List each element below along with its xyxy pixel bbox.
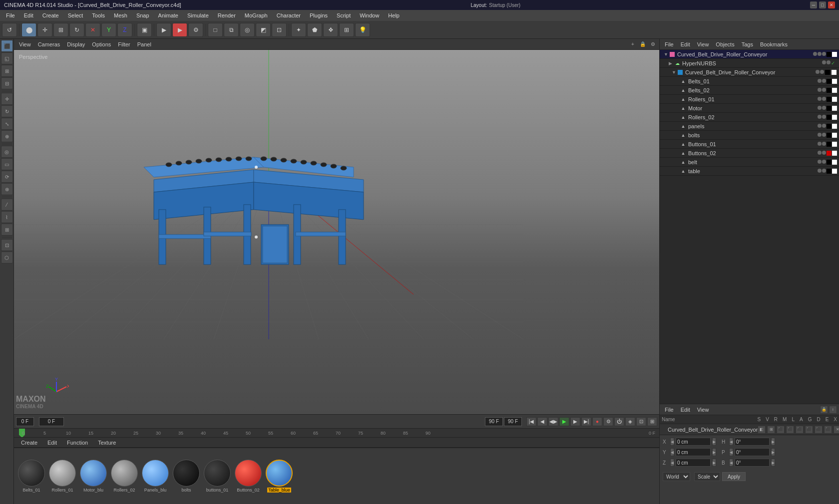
vp-menu-view[interactable]: View	[16, 40, 34, 48]
tool-magnet[interactable]: ⊛	[1, 183, 13, 195]
attr-ctrl8[interactable]: ⬛	[824, 426, 832, 434]
obj-row-motor[interactable]: ▲ Motor	[660, 104, 839, 113]
obj-row-root[interactable]: ▼ Curved_Belt_Drive_Roller_Conveyor	[660, 50, 839, 59]
field-b-rot[interactable]	[735, 459, 770, 467]
field-arrow-h[interactable]: ◀	[729, 438, 733, 446]
current-frame-input[interactable]	[16, 417, 34, 426]
vp-menu-display[interactable]: Display	[64, 40, 88, 48]
menu-character[interactable]: Character	[273, 11, 305, 19]
live-selection[interactable]: ⬤	[21, 23, 36, 37]
attr-menu-file[interactable]: File	[662, 406, 677, 414]
scale-tool[interactable]: ⊞	[53, 23, 68, 37]
close-button[interactable]: ✕	[828, 1, 835, 8]
obj-menu-file[interactable]: File	[662, 40, 677, 48]
material-item-panelsblue[interactable]: Panels_blu	[142, 460, 169, 493]
mat-tab-function[interactable]: Function	[63, 439, 92, 447]
field-h-rot[interactable]	[735, 438, 770, 446]
menu-render[interactable]: Render	[214, 11, 240, 19]
field-arrow-b2[interactable]: ▶	[771, 459, 775, 467]
field-arrow-z2[interactable]: ▶	[712, 459, 716, 467]
render-region[interactable]: ▣	[137, 23, 152, 37]
field-arrow-x[interactable]: ◀	[670, 438, 674, 446]
obj-row-belts01[interactable]: ▲ Belts_01	[660, 77, 839, 86]
attr-ctrl5[interactable]: ⬛	[796, 426, 804, 434]
attr-ctrl9[interactable]: ✕	[834, 426, 839, 434]
go-end-button[interactable]: ▶|	[581, 417, 591, 426]
vp-menu-cameras[interactable]: Cameras	[35, 40, 63, 48]
scale-select[interactable]: Scale	[694, 472, 720, 481]
play-back-button[interactable]: ◀▶	[548, 417, 558, 426]
auto-keyframe[interactable]: ⚙	[603, 417, 613, 426]
attr-menu-edit[interactable]: Edit	[678, 406, 693, 414]
material-item-motorblue[interactable]: Motor_blu	[80, 460, 107, 493]
render-settings[interactable]: ⚙	[188, 23, 203, 37]
record-button[interactable]: ●	[592, 417, 602, 426]
power-button[interactable]: ⏻	[614, 417, 624, 426]
timeline-button[interactable]: ⊞	[647, 417, 657, 426]
field-arrow-z[interactable]: ◀	[670, 459, 674, 467]
mat-tab-edit[interactable]: Edit	[43, 439, 61, 447]
vp-lock-icon[interactable]: 🔒	[638, 40, 647, 49]
motion-clip[interactable]: ⊡	[636, 417, 646, 426]
menu-edit[interactable]: Edit	[20, 11, 37, 19]
minimize-button[interactable]: ─	[810, 1, 817, 8]
mat-tab-create[interactable]: Create	[17, 439, 41, 447]
obj-row-rollers02[interactable]: ▲ Rollers_02	[660, 113, 839, 122]
tool-sculpt[interactable]: ⊡	[1, 239, 13, 251]
field-y-pos[interactable]	[676, 448, 711, 456]
edit-tool[interactable]: ✦	[291, 23, 306, 37]
material-item-rollers02[interactable]: Rollers_02	[111, 460, 138, 493]
step-back-button[interactable]: ◀	[537, 417, 547, 426]
obj-row-rollers01[interactable]: ▲ Rollers_01	[660, 95, 839, 104]
attr-ctrl2[interactable]: ⊞	[767, 426, 775, 434]
field-x-pos[interactable]	[676, 438, 711, 446]
obj-menu-bookmarks[interactable]: Bookmarks	[757, 40, 791, 48]
field-arrow-x2[interactable]: ▶	[712, 438, 716, 446]
attr-lock-icon[interactable]: 🔒	[820, 406, 828, 414]
field-arrow-y[interactable]: ◀	[670, 448, 674, 456]
field-arrow-h2[interactable]: ▶	[771, 438, 775, 446]
field-p-rot[interactable]	[735, 448, 770, 456]
obj-menu-objects[interactable]: Objects	[713, 40, 737, 48]
end-frame-input[interactable]	[485, 417, 503, 426]
obj-row-buttons02[interactable]: ▲ Buttons_02	[660, 149, 839, 158]
maximize-button[interactable]: □	[819, 1, 826, 8]
menu-animate[interactable]: Animate	[154, 11, 182, 19]
move-tool[interactable]: ✛	[37, 23, 52, 37]
object-manager[interactable]: □	[208, 23, 223, 37]
attr-info-icon[interactable]: i	[829, 406, 837, 414]
cmd-x[interactable]: ✕	[85, 23, 100, 37]
material-item-rollers01[interactable]: Rollers_01	[49, 460, 76, 493]
menu-mograph[interactable]: MoGraph	[241, 11, 272, 19]
tool-paint[interactable]: ⬡	[1, 252, 13, 263]
menu-mesh[interactable]: Mesh	[110, 11, 131, 19]
camera[interactable]: ◩	[256, 23, 271, 37]
attr-ctrl3[interactable]: ⬛	[777, 426, 785, 434]
obj-row-buttons01[interactable]: ▲ Buttons_01	[660, 140, 839, 149]
tool-polygon[interactable]: ⊞	[1, 65, 13, 77]
menu-simulate[interactable]: Simulate	[183, 11, 213, 19]
render-picture[interactable]: ▶	[172, 23, 187, 37]
material-item-bolts[interactable]: bolts	[173, 460, 200, 493]
obj-row-bolts[interactable]: ▲ bolts	[660, 131, 839, 140]
tool-scale2[interactable]: ⤡	[1, 118, 13, 130]
vp-menu-filter[interactable]: Filter	[115, 40, 133, 48]
frame-text-input[interactable]	[39, 417, 64, 426]
obj-row-conveyor[interactable]: ▼ Curved_Belt_Drive_Roller_Conveyor	[660, 68, 839, 77]
material-item-buttons01[interactable]: buttons_01	[204, 460, 231, 493]
obj-row-panels[interactable]: ▲ panels	[660, 122, 839, 131]
tool-edge[interactable]: ◱	[1, 52, 13, 64]
play-button[interactable]: ▶	[559, 417, 569, 426]
shader[interactable]: ◎	[240, 23, 255, 37]
attr-ctrl4[interactable]: ⬛	[786, 426, 794, 434]
render-view[interactable]: ▶	[156, 23, 171, 37]
menu-create[interactable]: Create	[38, 11, 63, 19]
tool-rect[interactable]: ▭	[1, 158, 13, 170]
tool-object-mode[interactable]: ⬛	[1, 40, 13, 52]
scene[interactable]: ⊡	[272, 23, 287, 37]
cmd-z[interactable]: Z	[117, 23, 132, 37]
attr-menu-view[interactable]: View	[694, 406, 712, 414]
coord-system-select[interactable]: World Object Global	[663, 472, 690, 481]
window-controls[interactable]: ─ □ ✕	[810, 1, 835, 8]
obj-menu-view[interactable]: View	[694, 40, 712, 48]
